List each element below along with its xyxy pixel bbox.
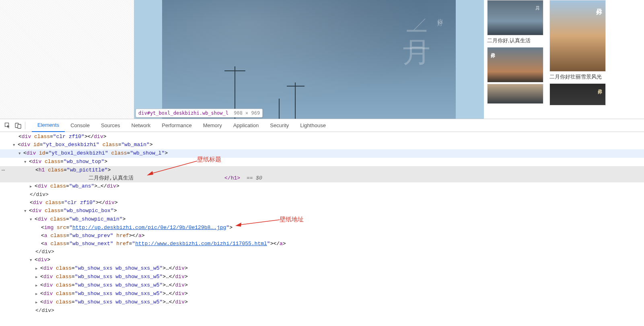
dom-line-selected[interactable]: <div id="yt_boxl_deskbizhi" class="wb_sh… bbox=[0, 149, 644, 158]
dom-line[interactable]: <a class="wb_show_prev" href></a> bbox=[0, 232, 644, 240]
dom-line[interactable]: <div class="wb_ans">…</div> bbox=[0, 182, 644, 191]
dom-line[interactable]: <div class="wb_show_sxs wb_show_sxs_w5">… bbox=[0, 273, 644, 281]
tab-sources[interactable]: Sources bbox=[95, 119, 126, 132]
expand-arrow-icon[interactable] bbox=[35, 281, 40, 290]
expand-arrow-icon[interactable] bbox=[35, 298, 40, 307]
tab-network[interactable]: Network bbox=[126, 119, 156, 132]
element-inspect-tooltip: div#yt_boxl_deskbizhi.wb_show_l 908 × 96… bbox=[136, 109, 263, 118]
dom-line[interactable]: <div class="wb_showpic_box"> bbox=[0, 207, 644, 215]
expand-arrow-icon[interactable] bbox=[35, 264, 40, 273]
tab-security[interactable]: Security bbox=[264, 119, 294, 132]
a-href-link[interactable]: http://www.deskbizhi.com/bizhi/117055.ht… bbox=[135, 241, 267, 247]
thumb-item[interactable]: 二月 bbox=[487, 0, 543, 35]
tab-memory[interactable]: Memory bbox=[198, 119, 228, 132]
main-image-container: 你好 二月 bbox=[134, 0, 484, 119]
thumb-item[interactable]: 二月你好 bbox=[487, 47, 543, 83]
ellipsis-gutter-icon: ⋯ bbox=[2, 166, 5, 174]
expand-arrow-icon[interactable] bbox=[13, 141, 18, 149]
tab-application[interactable]: Application bbox=[228, 119, 265, 132]
elements-tree[interactable]: <div class="clr zf10"></div> <div id="yt… bbox=[0, 132, 644, 326]
thumb-item[interactable] bbox=[487, 84, 543, 104]
dom-line[interactable]: <img src="http://up.deskbizhi.com/pic/0e… bbox=[0, 224, 644, 232]
dom-line-hovered[interactable]: ⋯<h1 class="wb_pictitle"> bbox=[0, 166, 644, 174]
tab-lighthouse[interactable]: Lighthouse bbox=[294, 119, 331, 132]
devtools-panel: Elements Console Sources Network Perform… bbox=[0, 119, 644, 326]
thumb-item[interactable]: 二月你好 bbox=[549, 0, 606, 72]
svg-rect-2 bbox=[18, 124, 21, 128]
dom-line[interactable]: </div> bbox=[0, 191, 644, 199]
dom-line[interactable]: <div> bbox=[0, 256, 644, 264]
tab-console[interactable]: Console bbox=[65, 119, 95, 132]
dom-line[interactable]: <div class="wb_showpic_main"> bbox=[0, 215, 644, 224]
tab-performance[interactable]: Performance bbox=[156, 119, 197, 132]
inspect-element-icon[interactable] bbox=[2, 120, 13, 131]
thumb-label: 二月你好,认真生活 bbox=[487, 37, 543, 46]
dom-line[interactable]: <div class="clr zf10"></div> bbox=[0, 199, 644, 207]
dom-line[interactable]: <div class="wb_show_sxs wb_show_sxs_w5">… bbox=[0, 281, 644, 290]
expand-arrow-icon[interactable] bbox=[30, 215, 35, 224]
dom-line[interactable]: <div class="wb_show_sxs wb_show_sxs_w5">… bbox=[0, 264, 644, 273]
expand-arrow-icon[interactable] bbox=[24, 158, 29, 166]
sidebar-thumbs: 二月 二月你好,认真生活 二月你好 二月你好 二月你好壮丽雪景风光 你好二月 bbox=[484, 0, 644, 119]
dom-line[interactable]: <div class="wb_show_top"> bbox=[0, 158, 644, 166]
dom-line[interactable]: <div class="wb_show_sxs wb_show_sxs_w5">… bbox=[0, 298, 644, 307]
device-toggle-icon[interactable] bbox=[13, 120, 23, 131]
tab-elements[interactable]: Elements bbox=[32, 119, 65, 132]
expand-arrow-icon[interactable] bbox=[35, 273, 40, 281]
devtools-tabs: Elements Console Sources Network Perform… bbox=[32, 119, 331, 132]
expand-arrow-icon[interactable] bbox=[30, 182, 35, 191]
expand-arrow-icon[interactable] bbox=[30, 256, 35, 264]
image-text-big: 二月 bbox=[398, 10, 436, 26]
dom-text-node[interactable]: 二月你好,认真生活 </h1> == $0 bbox=[0, 174, 644, 182]
tooltip-dimensions: 908 × 969 bbox=[234, 110, 260, 116]
image-text-small: 你好 bbox=[436, 14, 444, 19]
img-src-link[interactable]: http://up.deskbizhi.com/pic/0e/12/9b/0e1… bbox=[72, 225, 226, 231]
devtools-toolbar: Elements Console Sources Network Perform… bbox=[0, 119, 644, 132]
expand-arrow-icon[interactable] bbox=[35, 290, 40, 298]
dom-line[interactable]: </div> bbox=[0, 248, 644, 256]
dom-line[interactable]: <div class="clr zf10"></div> bbox=[0, 133, 644, 141]
dom-line[interactable]: </div> bbox=[0, 307, 644, 315]
thumb-item[interactable]: 你好二月 bbox=[549, 83, 606, 105]
expand-arrow-icon[interactable] bbox=[19, 149, 23, 158]
page-left-blank bbox=[0, 0, 134, 119]
dom-line[interactable]: <div id="yt_box_deskbizhi" class="wb_mai… bbox=[0, 141, 644, 149]
wallpaper-main-image[interactable]: 你好 二月 bbox=[162, 0, 456, 119]
thumb-label: 二月你好壮丽雪景风光 bbox=[549, 73, 606, 82]
dom-line[interactable]: <div class="wb_show_sxs wb_show_sxs_w5">… bbox=[0, 290, 644, 298]
expand-arrow-icon[interactable] bbox=[24, 207, 29, 215]
tooltip-selector: div#yt_boxl_deskbizhi.wb_show_l bbox=[138, 110, 228, 116]
dom-line[interactable]: <a class="wb_show_next" href="http://www… bbox=[0, 240, 644, 248]
